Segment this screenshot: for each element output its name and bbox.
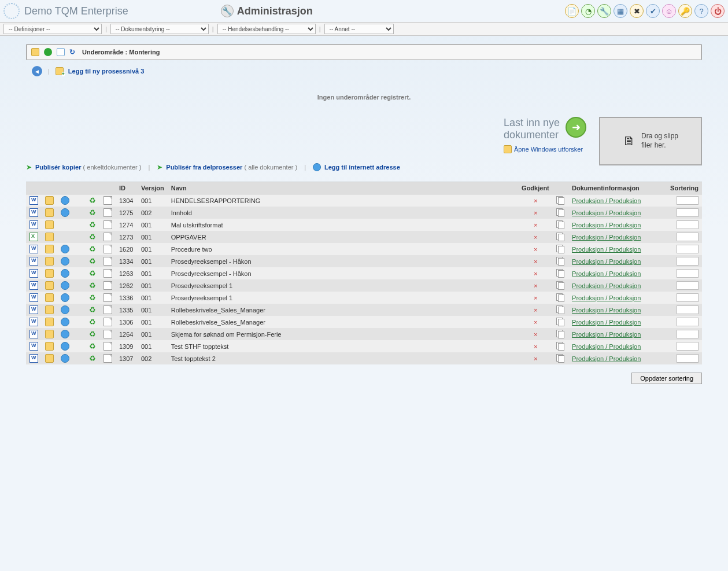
word-file-icon[interactable]: [29, 330, 38, 338]
sort-input[interactable]: [677, 281, 699, 290]
page-icon[interactable]: [104, 354, 112, 363]
web-icon[interactable]: [61, 354, 69, 363]
menu-dokumentstyring[interactable]: -- Dokumentstyring --: [110, 24, 209, 34]
sort-input[interactable]: [677, 342, 699, 351]
hdr-chart-icon[interactable]: ◔: [581, 4, 595, 18]
menu-definisjoner[interactable]: -- Definisjoner --: [3, 24, 102, 34]
folder-icon[interactable]: [45, 208, 54, 217]
sort-input[interactable]: [677, 305, 699, 314]
word-file-icon[interactable]: [29, 208, 38, 217]
hdr-check-icon[interactable]: ✔: [646, 4, 660, 18]
menu-hendelsesbehandling[interactable]: -- Hendelsesbehandling --: [217, 24, 316, 34]
add-internet-link[interactable]: Legg til internett adresse: [324, 164, 400, 171]
update-sort-button[interactable]: Oppdater sortering: [631, 373, 702, 384]
doc-info-link[interactable]: Produksjon / Produksjon: [572, 234, 641, 241]
pages-icon[interactable]: [556, 330, 565, 338]
folder-icon[interactable]: [45, 257, 54, 266]
pages-icon[interactable]: [556, 293, 565, 302]
folder-icon[interactable]: [45, 330, 54, 338]
word-file-icon[interactable]: [29, 257, 38, 266]
recycle-icon[interactable]: ♻: [88, 330, 97, 338]
folder-icon[interactable]: [45, 245, 54, 253]
doc-info-link[interactable]: Produksjon / Produksjon: [572, 331, 641, 338]
sort-input[interactable]: [677, 257, 699, 266]
page-icon[interactable]: [104, 233, 112, 241]
folder-icon[interactable]: [31, 48, 39, 56]
sort-input[interactable]: [677, 220, 699, 229]
web-icon[interactable]: [61, 281, 69, 290]
word-file-icon[interactable]: [29, 318, 38, 326]
word-file-icon[interactable]: [29, 305, 38, 314]
doc-info-link[interactable]: Produksjon / Produksjon: [572, 246, 641, 253]
pages-icon[interactable]: [556, 354, 565, 363]
page-icon[interactable]: [104, 220, 112, 229]
sort-input[interactable]: [677, 269, 699, 278]
word-file-icon[interactable]: [29, 281, 38, 290]
hdr-settings-icon[interactable]: ✖: [630, 4, 644, 18]
recycle-icon[interactable]: ♻: [88, 355, 97, 362]
info-icon[interactable]: [57, 48, 65, 56]
publish-copies-link[interactable]: Publisér kopier ( enkeltdokumenter ): [35, 164, 141, 171]
pages-icon[interactable]: [556, 220, 565, 229]
back-icon[interactable]: ◄: [32, 66, 42, 76]
pages-icon[interactable]: [556, 257, 565, 266]
sort-input[interactable]: [677, 245, 699, 253]
sort-input[interactable]: [677, 208, 699, 217]
recycle-icon[interactable]: ♻: [88, 282, 97, 289]
web-icon[interactable]: [61, 293, 69, 302]
doc-info-link[interactable]: Produksjon / Produksjon: [572, 294, 641, 301]
folder-icon[interactable]: [45, 305, 54, 314]
page-icon[interactable]: [104, 196, 112, 205]
web-icon[interactable]: [61, 245, 69, 253]
web-icon[interactable]: [61, 208, 69, 217]
recycle-icon[interactable]: ♻: [88, 342, 97, 350]
doc-info-link[interactable]: Produksjon / Produksjon: [572, 355, 641, 362]
folder-icon[interactable]: [45, 342, 54, 351]
recycle-icon[interactable]: ♻: [88, 209, 97, 216]
doc-info-link[interactable]: Produksjon / Produksjon: [572, 319, 641, 326]
menu-annet[interactable]: -- Annet --: [324, 24, 394, 34]
doc-info-link[interactable]: Produksjon / Produksjon: [572, 197, 641, 204]
hdr-users-icon[interactable]: ☺: [662, 4, 676, 18]
word-file-icon[interactable]: [29, 269, 38, 278]
pages-icon[interactable]: [556, 208, 565, 217]
excel-file-icon[interactable]: [29, 233, 38, 241]
folder-icon[interactable]: [45, 281, 54, 290]
doc-info-link[interactable]: Produksjon / Produksjon: [572, 343, 641, 350]
page-icon[interactable]: [104, 208, 112, 217]
add-folder-icon[interactable]: [56, 67, 64, 75]
recycle-icon[interactable]: ♻: [88, 270, 97, 277]
word-file-icon[interactable]: [29, 245, 38, 253]
publish-subprocess-link[interactable]: Publisér fra delprosesser ( alle dokumen…: [166, 164, 297, 171]
open-explorer-link[interactable]: Åpne Windows utforsker: [504, 145, 583, 153]
page-icon[interactable]: [104, 245, 112, 253]
pages-icon[interactable]: [556, 196, 565, 205]
sort-input[interactable]: [677, 330, 699, 338]
hdr-calendar-icon[interactable]: ▦: [614, 4, 627, 18]
sort-input[interactable]: [677, 233, 699, 241]
folder-icon[interactable]: [45, 318, 54, 326]
status-dot-icon[interactable]: [44, 48, 52, 56]
drop-zone[interactable]: 🗎 Dra og slipp filer her.: [599, 117, 702, 165]
web-icon[interactable]: [61, 196, 69, 205]
page-icon[interactable]: [104, 318, 112, 326]
pages-icon[interactable]: [556, 342, 565, 351]
recycle-icon[interactable]: ♻: [88, 233, 97, 241]
web-icon[interactable]: [61, 305, 69, 314]
recycle-icon[interactable]: ♻: [88, 245, 97, 253]
doc-info-link[interactable]: Produksjon / Produksjon: [572, 258, 641, 265]
pages-icon[interactable]: [556, 269, 565, 278]
page-icon[interactable]: [104, 305, 112, 314]
doc-info-link[interactable]: Produksjon / Produksjon: [572, 209, 641, 216]
folder-icon[interactable]: [45, 220, 54, 229]
page-icon[interactable]: [104, 269, 112, 278]
folder-icon[interactable]: [45, 196, 54, 205]
hdr-power-icon[interactable]: ⏻: [711, 4, 725, 18]
doc-info-link[interactable]: Produksjon / Produksjon: [572, 282, 641, 289]
page-icon[interactable]: [104, 342, 112, 351]
web-icon[interactable]: [61, 342, 69, 351]
word-file-icon[interactable]: [29, 196, 38, 205]
pages-icon[interactable]: [556, 281, 565, 290]
page-icon[interactable]: [104, 330, 112, 338]
word-file-icon[interactable]: [29, 220, 38, 229]
